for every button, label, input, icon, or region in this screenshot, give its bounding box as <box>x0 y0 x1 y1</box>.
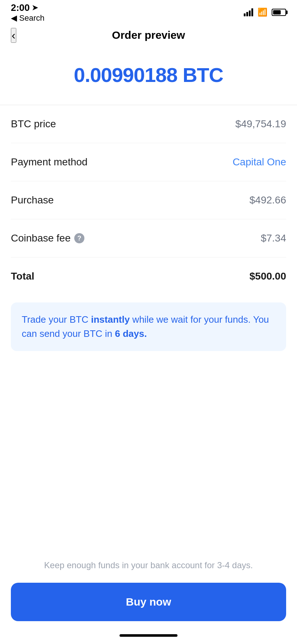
payment-method-label: Payment method <box>11 156 88 168</box>
status-bar: 2:00 ➤ ◀ Search 📶 <box>0 0 297 22</box>
search-back-label: ◀ Search <box>11 13 45 23</box>
battery-icon <box>272 9 286 16</box>
details-section: BTC price $49,754.19 Payment method Capi… <box>0 105 297 295</box>
wifi-icon: 📶 <box>258 8 267 17</box>
status-left: 2:00 ➤ ◀ Search <box>11 2 45 23</box>
page-title: Order preview <box>112 29 185 41</box>
info-box: Trade your BTC instantly while we wait f… <box>11 302 286 351</box>
total-row: Total $500.00 <box>11 257 286 295</box>
info-text: Trade your BTC instantly while we wait f… <box>22 313 275 341</box>
location-arrow-icon: ➤ <box>32 3 38 12</box>
nav-header: ‹ Order preview <box>0 22 297 49</box>
signal-icon <box>244 8 253 16</box>
purchase-label: Purchase <box>11 194 54 206</box>
coinbase-fee-value: $7.34 <box>261 232 286 244</box>
back-button[interactable]: ‹ <box>11 28 16 43</box>
btc-amount-section: 0.00990188 BTC <box>0 49 297 105</box>
footer-note: Keep enough funds in your bank account f… <box>11 559 286 572</box>
help-icon[interactable]: ? <box>74 233 84 243</box>
time-display: 2:00 <box>11 2 30 13</box>
payment-method-row: Payment method Capital One <box>11 143 286 181</box>
btc-price-row: BTC price $49,754.19 <box>11 105 286 143</box>
total-label: Total <box>11 271 34 282</box>
purchase-row: Purchase $492.66 <box>11 181 286 219</box>
home-bar <box>120 634 177 637</box>
coinbase-fee-label: Coinbase fee ? <box>11 232 84 244</box>
status-right: 📶 <box>244 8 286 17</box>
home-indicator <box>0 628 297 644</box>
payment-method-value: Capital One <box>233 156 286 168</box>
status-time: 2:00 ➤ <box>11 2 45 13</box>
purchase-value: $492.66 <box>250 194 286 206</box>
btc-price-value: $49,754.19 <box>235 118 286 130</box>
coinbase-fee-row: Coinbase fee ? $7.34 <box>11 219 286 257</box>
total-value: $500.00 <box>250 271 286 282</box>
buy-now-button[interactable]: Buy now <box>11 583 286 621</box>
btc-price-label: BTC price <box>11 118 56 130</box>
btc-amount-display: 0.00990188 BTC <box>11 63 286 87</box>
footer: Keep enough funds in your bank account f… <box>0 552 297 628</box>
